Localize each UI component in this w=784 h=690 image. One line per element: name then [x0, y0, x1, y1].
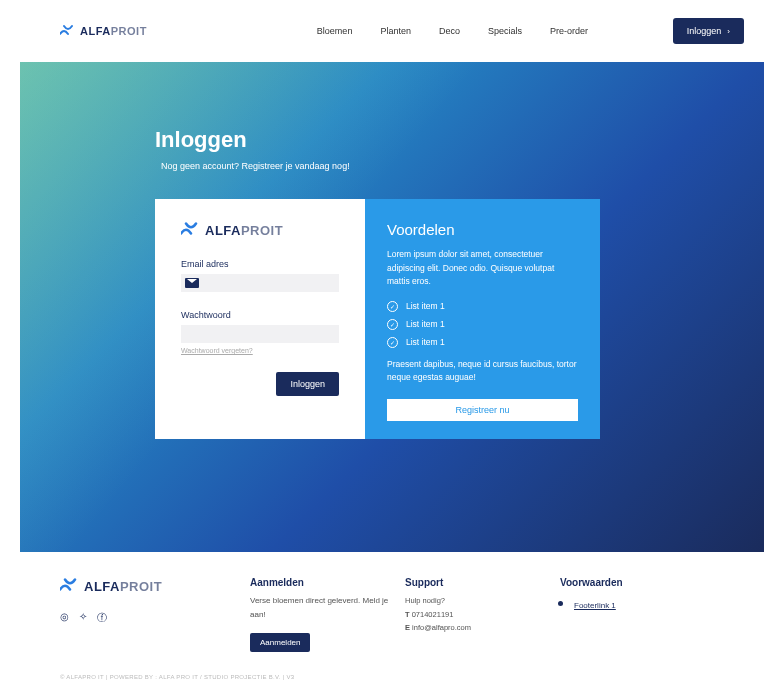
- email-input-wrap: [181, 274, 339, 292]
- nav-preorder[interactable]: Pre-order: [550, 26, 588, 36]
- support-email: E info@alfapro.com: [405, 621, 560, 635]
- footer-columns: ALFAPROIT ◎ ✧ ⓕ Aanmelden Verse bloemen …: [60, 577, 724, 652]
- benefits-title: Voordelen: [387, 221, 578, 238]
- header-login-button[interactable]: Inloggen ›: [673, 18, 744, 44]
- benefit-item-label: List item 1: [406, 319, 445, 329]
- login-card-logo: ALFAPROIT: [181, 221, 339, 239]
- footer-col-support: Support Hulp nodig? T 0714021191 E info@…: [405, 577, 560, 652]
- card-row: ALFAPROIT Email adres Wachtwoord Wachtwo…: [155, 199, 764, 439]
- check-circle-icon: ✓: [387, 337, 398, 348]
- benefits-card: Voordelen Lorem ipsum dolor sit amet, co…: [365, 199, 600, 439]
- logo-icon: [181, 221, 201, 239]
- chevron-right-icon: ›: [727, 27, 730, 36]
- nav-bloemen[interactable]: Bloemen: [317, 26, 353, 36]
- benefit-item: ✓ List item 1: [387, 337, 578, 348]
- logo-text: ALFAPROIT: [84, 579, 162, 594]
- email-input[interactable]: [199, 278, 335, 288]
- footer-link[interactable]: Footerlink 1: [574, 601, 616, 610]
- hero-title: Inloggen: [155, 127, 764, 153]
- email-label: Email adres: [181, 259, 339, 269]
- mail-icon: [185, 278, 199, 288]
- support-line: Hulp nodig?: [405, 594, 560, 608]
- twitter-icon[interactable]: ✧: [79, 611, 87, 625]
- footer-col-aanmelden: Aanmelden Verse bloemen direct geleverd.…: [250, 577, 405, 652]
- register-button[interactable]: Registreer nu: [387, 399, 578, 421]
- footer-logo[interactable]: ALFAPROIT: [60, 577, 250, 595]
- facebook-icon[interactable]: ⓕ: [97, 611, 107, 625]
- nav-deco[interactable]: Deco: [439, 26, 460, 36]
- nav-planten[interactable]: Planten: [380, 26, 411, 36]
- forgot-password-link[interactable]: Wachtwoord vergeten?: [181, 347, 339, 354]
- logo-icon: [60, 577, 80, 595]
- footer-heading: Voorwaarden: [560, 577, 680, 588]
- password-input[interactable]: [185, 329, 335, 339]
- header-logo[interactable]: ALFAPROIT: [60, 23, 147, 39]
- login-submit-button[interactable]: Inloggen: [276, 372, 339, 396]
- footer-heading: Aanmelden: [250, 577, 405, 588]
- check-circle-icon: ✓: [387, 301, 398, 312]
- support-phone: T 0714021191: [405, 608, 560, 622]
- header: ALFAPROIT Bloemen Planten Deco Specials …: [0, 0, 784, 62]
- check-circle-icon: ✓: [387, 319, 398, 330]
- logo-text: ALFAPROIT: [80, 25, 147, 37]
- social-icons: ◎ ✧ ⓕ: [60, 611, 250, 625]
- login-card: ALFAPROIT Email adres Wachtwoord Wachtwo…: [155, 199, 365, 439]
- password-label: Wachtwoord: [181, 310, 339, 320]
- footer-col-voorwaarden: Voorwaarden Footerlink 1: [560, 577, 680, 652]
- footer-heading: Support: [405, 577, 560, 588]
- benefit-item: ✓ List item 1: [387, 301, 578, 312]
- hero-section: Inloggen Nog geen account? Registreer je…: [20, 62, 764, 552]
- instagram-icon[interactable]: ◎: [60, 611, 69, 625]
- benefit-item-label: List item 1: [406, 301, 445, 311]
- password-input-wrap: [181, 325, 339, 343]
- footer: ALFAPROIT ◎ ✧ ⓕ Aanmelden Verse bloemen …: [0, 552, 784, 690]
- footer-aanmelden-button[interactable]: Aanmelden: [250, 633, 310, 652]
- footer-col-brand: ALFAPROIT ◎ ✧ ⓕ: [60, 577, 250, 652]
- benefit-item-label: List item 1: [406, 337, 445, 347]
- logo-icon: [60, 23, 76, 39]
- benefit-item: ✓ List item 1: [387, 319, 578, 330]
- header-login-label: Inloggen: [687, 26, 722, 36]
- main-nav: Bloemen Planten Deco Specials Pre-order: [317, 26, 588, 36]
- copyright: © ALFAPRO IT | POWERED BY : ALFA PRO IT …: [60, 674, 724, 680]
- logo-text: ALFAPROIT: [205, 223, 283, 238]
- benefits-text: Lorem ipsum dolor sit amet, consectetuer…: [387, 248, 578, 289]
- footer-text: Verse bloemen direct geleverd. Meld je a…: [250, 594, 405, 623]
- benefits-text-secondary: Praesent dapibus, neque id cursus faucib…: [387, 358, 578, 385]
- hero-subtitle: Nog geen account? Registreer je vandaag …: [161, 161, 764, 171]
- nav-specials[interactable]: Specials: [488, 26, 522, 36]
- footer-link-list: Footerlink 1: [560, 594, 680, 612]
